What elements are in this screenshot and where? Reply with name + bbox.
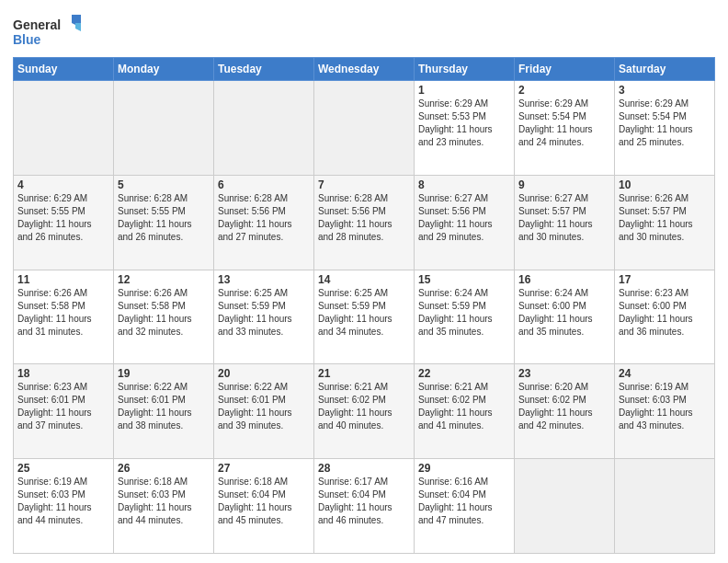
calendar-day-header: Saturday xyxy=(615,58,715,81)
day-number: 4 xyxy=(17,178,109,191)
logo: General Blue xyxy=(13,13,86,52)
cell-info: Sunrise: 6:18 AMSunset: 6:03 PMDaylight:… xyxy=(118,477,192,525)
day-number: 22 xyxy=(418,367,510,380)
day-number: 23 xyxy=(518,367,610,380)
day-number: 28 xyxy=(318,462,410,475)
calendar-cell: 20Sunrise: 6:22 AMSunset: 6:01 PMDayligh… xyxy=(214,364,314,459)
cell-info: Sunrise: 6:20 AMSunset: 6:02 PMDaylight:… xyxy=(518,382,593,431)
calendar-table: SundayMondayTuesdayWednesdayThursdayFrid… xyxy=(13,57,715,554)
calendar-cell: 14Sunrise: 6:25 AMSunset: 5:59 PMDayligh… xyxy=(314,270,415,364)
header: General Blue xyxy=(13,9,715,52)
day-number: 25 xyxy=(17,462,109,475)
svg-text:General: General xyxy=(13,17,61,32)
calendar-cell: 28Sunrise: 6:17 AMSunset: 6:04 PMDayligh… xyxy=(314,459,415,554)
calendar-cell xyxy=(14,81,114,176)
calendar-cell: 8Sunrise: 6:27 AMSunset: 5:56 PMDaylight… xyxy=(415,175,515,270)
cell-info: Sunrise: 6:22 AMSunset: 6:01 PMDaylight:… xyxy=(118,382,192,431)
calendar-header-row: SundayMondayTuesdayWednesdayThursdayFrid… xyxy=(14,58,715,81)
calendar-cell: 10Sunrise: 6:26 AMSunset: 5:57 PMDayligh… xyxy=(615,175,715,270)
calendar-cell: 24Sunrise: 6:19 AMSunset: 6:03 PMDayligh… xyxy=(615,364,715,459)
day-number: 2 xyxy=(518,84,610,97)
page-container: General Blue SundayMondayTuesdayWednesda… xyxy=(0,0,728,563)
day-number: 24 xyxy=(619,367,711,380)
day-number: 12 xyxy=(118,273,210,286)
calendar-week-row: 18Sunrise: 6:23 AMSunset: 6:01 PMDayligh… xyxy=(14,364,715,459)
calendar-cell: 23Sunrise: 6:20 AMSunset: 6:02 PMDayligh… xyxy=(515,364,615,459)
calendar-cell: 13Sunrise: 6:25 AMSunset: 5:59 PMDayligh… xyxy=(214,270,314,364)
calendar-cell: 15Sunrise: 6:24 AMSunset: 5:59 PMDayligh… xyxy=(415,270,515,364)
calendar-cell: 29Sunrise: 6:16 AMSunset: 6:04 PMDayligh… xyxy=(415,459,515,554)
calendar-cell: 22Sunrise: 6:21 AMSunset: 6:02 PMDayligh… xyxy=(415,364,515,459)
cell-info: Sunrise: 6:26 AMSunset: 5:58 PMDaylight:… xyxy=(118,288,192,337)
day-number: 1 xyxy=(418,84,510,97)
calendar-week-row: 4Sunrise: 6:29 AMSunset: 5:55 PMDaylight… xyxy=(14,175,715,270)
day-number: 11 xyxy=(17,273,109,286)
day-number: 10 xyxy=(619,178,711,191)
calendar-day-header: Monday xyxy=(114,58,214,81)
day-number: 8 xyxy=(418,178,510,191)
cell-info: Sunrise: 6:21 AMSunset: 6:02 PMDaylight:… xyxy=(318,382,392,431)
day-number: 14 xyxy=(318,273,410,286)
cell-info: Sunrise: 6:27 AMSunset: 5:56 PMDaylight:… xyxy=(418,193,493,242)
cell-info: Sunrise: 6:26 AMSunset: 5:57 PMDaylight:… xyxy=(619,193,693,242)
calendar-cell: 17Sunrise: 6:23 AMSunset: 6:00 PMDayligh… xyxy=(615,270,715,364)
calendar-cell: 4Sunrise: 6:29 AMSunset: 5:55 PMDaylight… xyxy=(14,175,114,270)
calendar-week-row: 1Sunrise: 6:29 AMSunset: 5:53 PMDaylight… xyxy=(14,81,715,176)
day-number: 7 xyxy=(318,178,410,191)
cell-info: Sunrise: 6:19 AMSunset: 6:03 PMDaylight:… xyxy=(17,477,92,525)
cell-info: Sunrise: 6:18 AMSunset: 6:04 PMDaylight:… xyxy=(218,477,292,525)
calendar-day-header: Tuesday xyxy=(214,58,314,81)
cell-info: Sunrise: 6:28 AMSunset: 5:56 PMDaylight:… xyxy=(318,193,392,242)
calendar-week-row: 25Sunrise: 6:19 AMSunset: 6:03 PMDayligh… xyxy=(14,459,715,554)
calendar-cell xyxy=(515,459,615,554)
cell-info: Sunrise: 6:29 AMSunset: 5:54 PMDaylight:… xyxy=(518,98,593,147)
day-number: 9 xyxy=(518,178,610,191)
day-number: 18 xyxy=(17,367,109,380)
day-number: 29 xyxy=(418,462,510,475)
calendar-cell: 25Sunrise: 6:19 AMSunset: 6:03 PMDayligh… xyxy=(14,459,114,554)
cell-info: Sunrise: 6:28 AMSunset: 5:55 PMDaylight:… xyxy=(118,193,192,242)
day-number: 3 xyxy=(619,84,711,97)
day-number: 20 xyxy=(218,367,310,380)
calendar-day-header: Thursday xyxy=(415,58,515,81)
calendar-cell: 11Sunrise: 6:26 AMSunset: 5:58 PMDayligh… xyxy=(14,270,114,364)
calendar-day-header: Wednesday xyxy=(314,58,415,81)
calendar-cell: 6Sunrise: 6:28 AMSunset: 5:56 PMDaylight… xyxy=(214,175,314,270)
day-number: 13 xyxy=(218,273,310,286)
calendar-cell: 16Sunrise: 6:24 AMSunset: 6:00 PMDayligh… xyxy=(515,270,615,364)
calendar-cell: 21Sunrise: 6:21 AMSunset: 6:02 PMDayligh… xyxy=(314,364,415,459)
cell-info: Sunrise: 6:17 AMSunset: 6:04 PMDaylight:… xyxy=(318,477,392,525)
day-number: 5 xyxy=(118,178,210,191)
calendar-week-row: 11Sunrise: 6:26 AMSunset: 5:58 PMDayligh… xyxy=(14,270,715,364)
calendar-cell xyxy=(615,459,715,554)
day-number: 6 xyxy=(218,178,310,191)
cell-info: Sunrise: 6:22 AMSunset: 6:01 PMDaylight:… xyxy=(218,382,292,431)
day-number: 21 xyxy=(318,367,410,380)
cell-info: Sunrise: 6:29 AMSunset: 5:55 PMDaylight:… xyxy=(17,193,92,242)
cell-info: Sunrise: 6:21 AMSunset: 6:02 PMDaylight:… xyxy=(418,382,493,431)
cell-info: Sunrise: 6:23 AMSunset: 6:01 PMDaylight:… xyxy=(17,382,92,431)
calendar-cell: 2Sunrise: 6:29 AMSunset: 5:54 PMDaylight… xyxy=(515,81,615,176)
calendar-cell: 1Sunrise: 6:29 AMSunset: 5:53 PMDaylight… xyxy=(415,81,515,176)
svg-marker-3 xyxy=(75,23,81,31)
cell-info: Sunrise: 6:25 AMSunset: 5:59 PMDaylight:… xyxy=(218,288,292,337)
cell-info: Sunrise: 6:28 AMSunset: 5:56 PMDaylight:… xyxy=(218,193,292,242)
cell-info: Sunrise: 6:16 AMSunset: 6:04 PMDaylight:… xyxy=(418,477,493,525)
cell-info: Sunrise: 6:24 AMSunset: 5:59 PMDaylight:… xyxy=(418,288,493,337)
day-number: 27 xyxy=(218,462,310,475)
calendar-day-header: Friday xyxy=(515,58,615,81)
calendar-cell: 9Sunrise: 6:27 AMSunset: 5:57 PMDaylight… xyxy=(515,175,615,270)
calendar-cell: 26Sunrise: 6:18 AMSunset: 6:03 PMDayligh… xyxy=(114,459,214,554)
calendar-cell: 19Sunrise: 6:22 AMSunset: 6:01 PMDayligh… xyxy=(114,364,214,459)
calendar-cell xyxy=(114,81,214,176)
cell-info: Sunrise: 6:26 AMSunset: 5:58 PMDaylight:… xyxy=(17,288,92,337)
svg-text:Blue: Blue xyxy=(13,32,41,47)
cell-info: Sunrise: 6:19 AMSunset: 6:03 PMDaylight:… xyxy=(619,382,693,431)
cell-info: Sunrise: 6:29 AMSunset: 5:54 PMDaylight:… xyxy=(619,98,693,147)
day-number: 16 xyxy=(518,273,610,286)
cell-info: Sunrise: 6:29 AMSunset: 5:53 PMDaylight:… xyxy=(418,98,493,147)
calendar-day-header: Sunday xyxy=(14,58,114,81)
cell-info: Sunrise: 6:23 AMSunset: 6:00 PMDaylight:… xyxy=(619,288,693,337)
day-number: 15 xyxy=(418,273,510,286)
calendar-cell: 12Sunrise: 6:26 AMSunset: 5:58 PMDayligh… xyxy=(114,270,214,364)
